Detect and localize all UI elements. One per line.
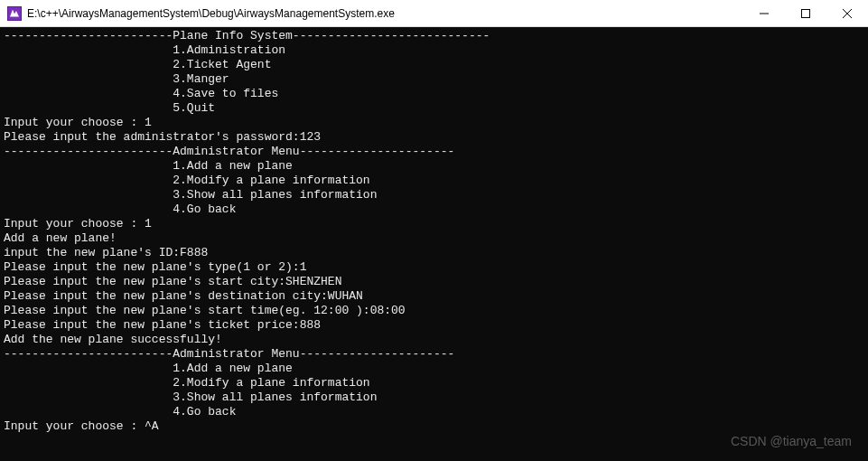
menu-indent <box>4 202 173 216</box>
admin-menu-item: 1.Add a new plane <box>173 159 293 173</box>
admin-menu-item: 3.Show all planes information <box>173 188 377 202</box>
plane-id-prompt: input the new plane's ID:F888 <box>4 246 208 259</box>
window-titlebar: E:\c++\AirwaysManagementSystem\Debug\Air… <box>0 0 868 27</box>
menu-indent <box>4 390 173 404</box>
menu-indent <box>4 87 173 100</box>
svg-rect-1 <box>802 10 810 18</box>
minimize-button[interactable] <box>743 0 785 27</box>
ticket-price-prompt: Please input the new plane's ticket pric… <box>4 318 321 332</box>
input-choose-line: Input your choose : ^A <box>4 419 159 433</box>
menu-indent <box>4 101 173 115</box>
success-message: Add the new plane successfully! <box>4 333 222 346</box>
input-choose-line: Input your choose : 1 <box>4 217 152 230</box>
admin-menu-item: 2.Modify a plane information <box>173 174 369 187</box>
menu-indent <box>4 362 173 375</box>
main-menu-header: ------------------------Plane Info Syste… <box>4 29 490 42</box>
menu-item: 4.Save to files <box>173 87 278 100</box>
menu-indent <box>4 405 173 419</box>
input-choose-line: Input your choose : 1 <box>4 116 152 129</box>
admin-menu-header: ------------------------Administrator Me… <box>4 347 454 361</box>
admin-menu-item: 2.Modify a plane information <box>173 376 369 390</box>
menu-indent <box>4 72 173 86</box>
menu-item: 5.Quit <box>173 101 215 115</box>
dest-city-prompt: Please input the new plane's destination… <box>4 289 363 303</box>
menu-item: 1.Administration <box>173 43 285 57</box>
admin-menu-item: 4.Go back <box>173 405 236 419</box>
add-plane-message: Add a new plane! <box>4 231 117 245</box>
app-icon <box>7 6 22 21</box>
watermark: CSDN @tianya_team <box>731 434 852 448</box>
admin-menu-header: ------------------------Administrator Me… <box>4 145 454 158</box>
menu-indent <box>4 159 173 173</box>
close-button[interactable] <box>826 0 868 27</box>
menu-item: 3.Manger <box>173 72 229 86</box>
admin-menu-item: 3.Show all planes information <box>173 390 377 404</box>
plane-type-prompt: Please input the new plane's type(1 or 2… <box>4 260 306 274</box>
menu-indent <box>4 376 173 390</box>
admin-menu-item: 4.Go back <box>173 202 236 216</box>
maximize-button[interactable] <box>785 0 826 27</box>
start-city-prompt: Please input the new plane's start city:… <box>4 275 341 288</box>
menu-indent <box>4 188 173 202</box>
menu-indent <box>4 58 173 71</box>
window-title: E:\c++\AirwaysManagementSystem\Debug\Air… <box>27 7 743 20</box>
menu-indent <box>4 43 173 57</box>
password-prompt: Please input the administrator's passwor… <box>4 130 321 144</box>
window-controls <box>743 0 868 26</box>
menu-item: 2.Ticket Agent <box>173 58 271 71</box>
console-output[interactable]: ------------------------Plane Info Syste… <box>0 27 868 461</box>
start-time-prompt: Please input the new plane's start time(… <box>4 304 406 317</box>
admin-menu-item: 1.Add a new plane <box>173 362 293 375</box>
menu-indent <box>4 174 173 187</box>
